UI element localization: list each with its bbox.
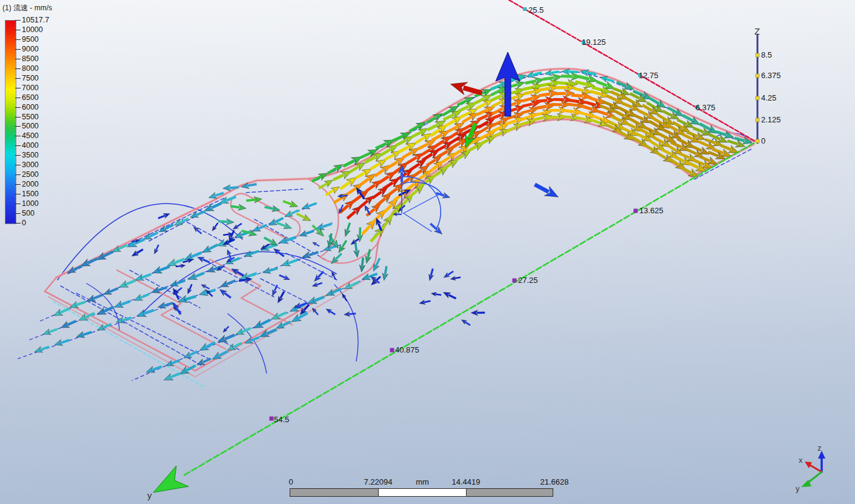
legend-tick-mark <box>15 20 21 21</box>
legend-tick-mark <box>15 194 21 194</box>
ruler-axes <box>153 0 825 492</box>
y-axis-tick-label: 27.25 <box>518 276 538 284</box>
legend-tick-label: 6500 <box>22 94 39 102</box>
z-axis-tick-label: 4.25 <box>761 94 776 102</box>
legend-tick-mark <box>15 213 21 214</box>
legend-tick-label: 1000 <box>22 200 39 208</box>
flow-simulation-scene <box>0 0 855 504</box>
legend-tick-mark <box>15 155 21 156</box>
legend-tick-mark <box>15 78 21 79</box>
legend-tick-label: 10000 <box>22 26 43 34</box>
legend-tick-label: 8000 <box>22 65 39 73</box>
z-axis-tick-label: 6.375 <box>761 71 781 79</box>
scale-bar-value: 7.22094 <box>364 478 393 486</box>
scale-bar-value: 21.6628 <box>541 478 569 486</box>
legend-tick-mark <box>15 98 21 98</box>
triad-x-label: x <box>799 456 803 464</box>
legend-tick-mark <box>15 30 21 30</box>
y-axis-tick-label: 13.625 <box>639 207 664 214</box>
legend-tick-mark <box>15 68 21 69</box>
y-axis-tick-label: 40.875 <box>395 346 419 354</box>
scale-bar-segment <box>467 489 553 496</box>
scale-bar-segment <box>379 489 467 496</box>
legend-tick-mark <box>15 165 21 165</box>
legend-tick-label: 3000 <box>22 161 39 169</box>
legend-tick-mark <box>15 107 21 108</box>
z-axis-label: Z <box>754 27 760 36</box>
legend-tick-mark <box>15 223 21 224</box>
legend-tick-mark <box>15 174 21 175</box>
z-axis-tick-label: 8.5 <box>761 51 772 59</box>
x-axis-tick-label: 19.125 <box>582 38 606 46</box>
z-axis-tick-label: 0 <box>761 137 765 145</box>
legend-tick-label: 4500 <box>22 132 39 140</box>
legend-tick-mark <box>15 88 21 88</box>
legend-panel[interactable]: (1) 流速 - mm/s 10517.71000095009000850080… <box>0 0 67 236</box>
legend-tick-mark <box>15 39 21 40</box>
legend-tick-mark <box>15 136 21 136</box>
legend-tick-label: 6000 <box>22 104 39 111</box>
legend-tick-mark <box>15 49 21 50</box>
legend-tick-label: 8500 <box>22 55 39 63</box>
legend-tick-label: 2500 <box>22 171 39 179</box>
legend-tick-label: 500 <box>22 210 35 217</box>
legend-title: (1) 流速 - mm/s <box>2 3 52 13</box>
viewport-3d[interactable]: 25.519.12512.756.37513.62527.2540.87554.… <box>0 0 855 504</box>
legend-tick-label: 0 <box>22 219 26 227</box>
legend-tick-label: 9500 <box>22 36 39 44</box>
velocity-vector-field <box>33 68 753 383</box>
legend-tick-label: 7500 <box>22 75 39 82</box>
legend-tick-mark <box>15 126 21 127</box>
legend-tick-label: 7000 <box>22 84 39 92</box>
legend-tick-label: 1500 <box>22 190 39 198</box>
legend-tick-label: 2000 <box>22 181 39 188</box>
legend-tick-label: 5000 <box>22 122 39 130</box>
triad-y-label: y <box>796 485 800 492</box>
legend-tick-mark <box>15 204 21 204</box>
legend-tick-mark <box>15 184 21 185</box>
scale-bar-value: 0 <box>288 478 293 486</box>
legend-tick-label: 10517.7 <box>22 16 49 24</box>
scale-bar-value: 14.4419 <box>452 478 481 486</box>
y-axis-tick-label: 54.5 <box>274 416 289 423</box>
scale-bar-unit: mm <box>416 478 429 486</box>
x-axis-tick-label: 25.5 <box>528 6 544 14</box>
scale-bar-segment <box>290 489 379 496</box>
triad-z-label: z <box>817 444 822 452</box>
x-axis-tick-label: 12.75 <box>639 71 659 79</box>
legend-tick-label: 9000 <box>22 45 39 53</box>
legend-tick-mark <box>15 59 21 59</box>
legend-tick-mark <box>15 145 21 146</box>
legend-tick-mark <box>15 117 21 118</box>
y-axis-label: y <box>147 491 152 500</box>
legend-tick-label: 3500 <box>22 151 39 159</box>
z-axis-tick-label: 2.125 <box>761 116 781 124</box>
legend-tick-label: 4000 <box>22 142 39 150</box>
legend-tick-label: 5500 <box>22 113 39 121</box>
scale-bar <box>290 488 553 497</box>
x-axis-tick-label: 6.375 <box>696 104 716 111</box>
